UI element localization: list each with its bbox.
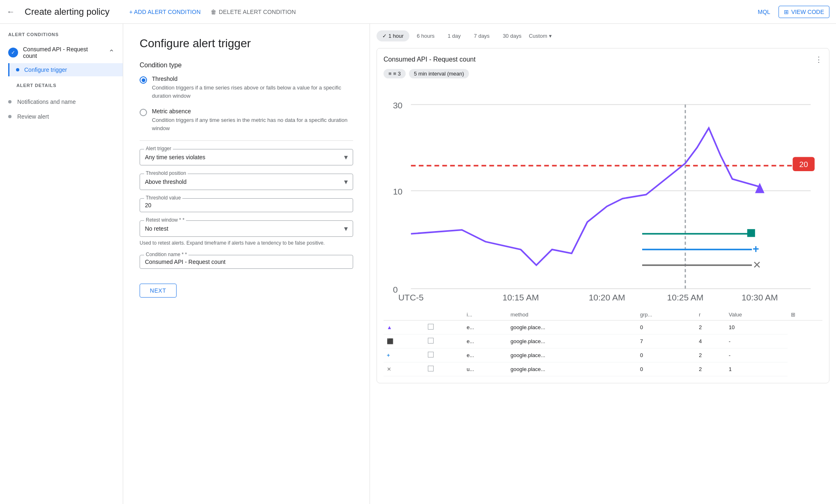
row1-checkbox[interactable] [428, 324, 434, 330]
legend-col-instance: i... [463, 309, 507, 321]
notifications-label: Notifications and name [17, 99, 76, 105]
threshold-radio[interactable] [140, 76, 147, 84]
threshold-value-field: Threshold value [140, 198, 353, 212]
mql-button[interactable]: MQL [758, 9, 770, 15]
threshold-position-label: Threshold position [144, 170, 188, 176]
time-tab-1hour[interactable]: ✓ 1 hour [377, 30, 409, 41]
retest-window-value: No retest [145, 225, 168, 232]
retest-hint: Used to retest alerts. Expand timeframe … [140, 239, 353, 247]
interval-badge[interactable]: 5 min interval (mean) [409, 69, 469, 78]
chart-card: Consumed API - Request count ⋮ ≡ ≡ 3 5 m… [377, 48, 829, 383]
svg-text:10:20 AM: 10:20 AM [589, 293, 625, 302]
alert-trigger-value: Any time series violates [145, 154, 205, 160]
row4-icon: ✕ [387, 366, 391, 372]
table-row: ✕ u... google.place... 0 2 1 [384, 362, 822, 376]
row3-grp: 0 [637, 348, 696, 362]
retest-window-label: Retest window * [144, 217, 186, 223]
configure-trigger-label: Configure trigger [24, 66, 67, 73]
alert-trigger-select[interactable]: Any time series violates ▾ [145, 153, 348, 162]
row3-r: 2 [696, 348, 726, 362]
delete-alert-condition-button[interactable]: 🗑 DELETE ALERT CONDITION [211, 9, 296, 15]
row4-checkbox[interactable] [428, 366, 434, 371]
topbar: ← Create alerting policy + ADD ALERT CON… [0, 0, 836, 24]
table-row: ▲ e... google.place... 0 2 10 [384, 320, 822, 334]
threshold-position-arrow-icon: ▾ [344, 177, 348, 186]
chart-svg: 30 10 0 20 [384, 85, 822, 305]
legend-col-settings[interactable]: ⊞ [788, 309, 822, 321]
main-layout: ALERT CONDITIONS ✓ Consumed API - Reques… [0, 24, 836, 504]
metric-absence-desc: Condition triggers if any time series in… [152, 116, 353, 132]
row4-r: 2 [696, 362, 726, 376]
alert-trigger-arrow-icon: ▾ [344, 153, 348, 162]
row1-grp: 0 [637, 320, 696, 334]
svg-text:10: 10 [393, 187, 402, 196]
legend-col-grp: grp... [637, 309, 696, 321]
svg-text:10:30 AM: 10:30 AM [742, 293, 778, 302]
svg-text:0: 0 [393, 285, 398, 294]
sidebar-item-condition[interactable]: ✓ Consumed API - Request count ⌃ [0, 42, 123, 63]
metric-absence-radio[interactable] [140, 109, 147, 116]
filter-badge[interactable]: ≡ ≡ 3 [384, 69, 406, 78]
threshold-position-select[interactable]: Above threshold ▾ [145, 177, 348, 186]
condition-type-label: Condition type [140, 62, 353, 69]
time-tab-6hours[interactable]: 6 hours [411, 30, 440, 41]
page-title: Create alerting policy [25, 7, 110, 17]
time-tab-custom[interactable]: Custom ▾ [529, 33, 552, 39]
row3-checkbox[interactable] [428, 352, 434, 357]
svg-text:30: 30 [393, 101, 402, 110]
metric-absence-option[interactable]: Metric absence Condition triggers if any… [140, 108, 353, 132]
row3-value: - [726, 348, 788, 362]
chart-svg-wrapper: 30 10 0 20 [384, 85, 822, 306]
row4-method: google.place... [507, 362, 636, 376]
row3-icon: + [387, 352, 390, 358]
legend-col-checkbox [425, 309, 463, 321]
code-icon: ⊞ [784, 9, 789, 15]
chart-badges: ≡ ≡ 3 5 min interval (mean) [384, 69, 822, 78]
threshold-value-input[interactable] [145, 202, 348, 208]
back-button[interactable]: ← [7, 7, 15, 16]
view-code-button[interactable]: ⊞ VIEW CODE [779, 6, 829, 18]
alert-conditions-label: ALERT CONDITIONS [0, 32, 123, 42]
sidebar-item-notifications[interactable]: Notifications and name [0, 94, 123, 109]
svg-marker-10 [755, 183, 765, 193]
row1-instance: e... [463, 320, 507, 334]
svg-text:✕: ✕ [753, 259, 761, 270]
topbar-right: MQL ⊞ VIEW CODE [758, 6, 829, 18]
legend-col-r: r [696, 309, 726, 321]
table-row: ⬛ e... google.place... 7 4 - [384, 334, 822, 348]
review-dot-icon [8, 115, 11, 118]
alert-details-label: ALERT DETAILS [8, 83, 115, 93]
time-tabs: ✓ 1 hour 6 hours 1 day 7 days 30 days Cu… [377, 30, 829, 41]
row4-instance: u... [463, 362, 507, 376]
retest-window-select[interactable]: No retest ▾ [145, 224, 348, 233]
svg-text:+: + [753, 243, 759, 255]
check-icon: ✓ [382, 33, 387, 39]
row1-method: google.place... [507, 320, 636, 334]
sidebar-sub-configure-trigger[interactable]: Configure trigger [8, 63, 123, 76]
time-tab-1day[interactable]: 1 day [442, 30, 466, 41]
threshold-option[interactable]: Threshold Condition triggers if a time s… [140, 76, 353, 100]
retest-window-arrow-icon: ▾ [344, 224, 348, 233]
svg-rect-12 [747, 229, 755, 237]
row4-value: 1 [726, 362, 788, 376]
row3-instance: e... [463, 348, 507, 362]
row1-value: 10 [726, 320, 788, 334]
time-tab-7days[interactable]: 7 days [468, 30, 495, 41]
expand-icon[interactable]: ⌃ [108, 48, 115, 57]
chart-menu-button[interactable]: ⋮ [815, 55, 822, 64]
sidebar-item-review[interactable]: Review alert [0, 109, 123, 124]
legend-table: i... method grp... r Value ⊞ ▲ e... [384, 309, 822, 376]
time-tab-30days[interactable]: 30 days [497, 30, 527, 41]
row2-icon: ⬛ [387, 338, 393, 344]
form-panel: Configure alert trigger Condition type T… [123, 24, 370, 504]
row3-method: google.place... [507, 348, 636, 362]
row1-r: 2 [696, 320, 726, 334]
row2-instance: e... [463, 334, 507, 348]
row4-grp: 0 [637, 362, 696, 376]
add-alert-condition-button[interactable]: + ADD ALERT CONDITION [129, 9, 201, 15]
condition-name-input[interactable] [145, 259, 348, 265]
chart-panel: ✓ 1 hour 6 hours 1 day 7 days 30 days Cu… [370, 24, 836, 504]
retest-window-field: Retest window * No retest ▾ Used to rete… [140, 220, 353, 247]
row2-checkbox[interactable] [428, 338, 434, 344]
next-button[interactable]: NEXT [140, 284, 177, 298]
